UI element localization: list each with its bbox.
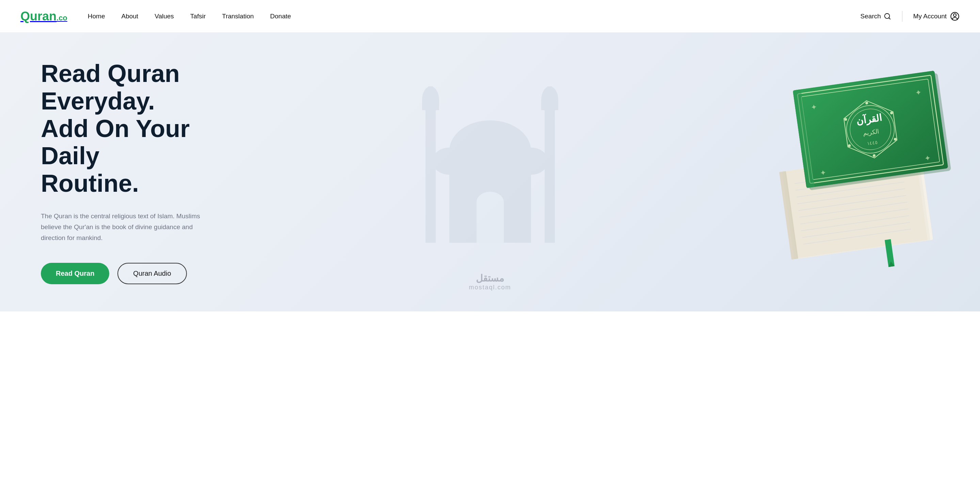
watermark: مستقل mostaql.com <box>469 273 511 291</box>
logo[interactable]: Quran.co <box>21 9 88 24</box>
nav-home[interactable]: Home <box>88 13 105 20</box>
nav-links: Home About Values Tafsir Translation Don… <box>88 13 861 20</box>
my-account-button[interactable]: My Account <box>913 11 959 21</box>
navbar: Quran.co Home About Values Tafsir Transl… <box>0 0 980 33</box>
svg-rect-8 <box>545 107 555 243</box>
svg-point-15 <box>514 147 548 175</box>
hero-description: The Quran is the central religious text … <box>41 211 211 244</box>
svg-rect-11 <box>547 86 552 103</box>
account-icon <box>950 11 959 21</box>
logo-suffix: .co <box>57 14 67 22</box>
svg-line-1 <box>889 18 890 19</box>
svg-text:✦: ✦ <box>924 154 931 163</box>
nav-right: Search My Account <box>861 11 959 22</box>
hero-buttons: Read Quran Quran Audio <box>41 263 238 284</box>
svg-point-17 <box>477 192 504 212</box>
logo-text: Quran <box>21 9 57 24</box>
search-icon <box>884 13 891 20</box>
svg-point-14 <box>432 147 466 175</box>
hero-section: Read Quran Everyday. Add On Your Daily R… <box>0 33 980 311</box>
nav-divider <box>902 11 902 22</box>
svg-text:✦: ✦ <box>819 168 826 177</box>
account-label: My Account <box>913 13 947 20</box>
read-quran-button[interactable]: Read Quran <box>41 263 109 284</box>
hero-title: Read Quran Everyday. Add On Your Daily R… <box>41 60 238 197</box>
nav-about[interactable]: About <box>121 13 138 20</box>
svg-point-13 <box>449 120 531 182</box>
svg-point-3 <box>953 14 956 16</box>
search-button[interactable]: Search <box>861 13 891 20</box>
watermark-arabic: مستقل <box>469 273 511 284</box>
svg-rect-4 <box>425 107 436 243</box>
hero-content: Read Quran Everyday. Add On Your Daily R… <box>0 60 238 284</box>
svg-text:✦: ✦ <box>810 103 817 112</box>
nav-values[interactable]: Values <box>154 13 174 20</box>
nav-translation[interactable]: Translation <box>222 13 254 20</box>
watermark-latin: mostaql.com <box>469 284 511 291</box>
svg-rect-7 <box>428 86 433 103</box>
quran-audio-button[interactable]: Quran Audio <box>118 263 186 284</box>
nav-tafsir[interactable]: Tafsir <box>190 13 205 20</box>
quran-book-image: القرآن الكريم ١٤٤٥ ✦ ✦ ✦ ✦ <box>742 53 980 291</box>
svg-text:✦: ✦ <box>915 88 922 97</box>
nav-donate[interactable]: Donate <box>270 13 291 20</box>
mosque-bg-decoration <box>405 56 575 288</box>
search-label: Search <box>861 13 881 20</box>
